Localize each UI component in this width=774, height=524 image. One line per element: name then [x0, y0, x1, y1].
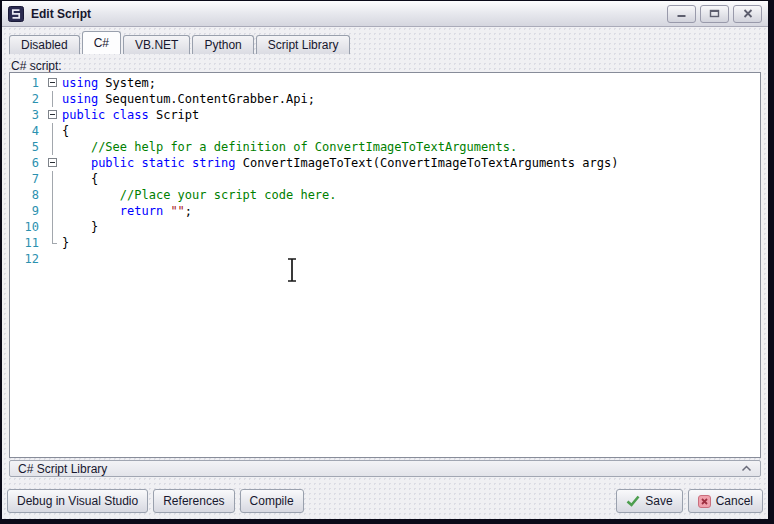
code-line[interactable]: 12	[10, 251, 760, 267]
code-text: return "";	[62, 203, 192, 219]
title-bar: Edit Script	[2, 1, 768, 27]
editor-label: C# script:	[11, 59, 62, 73]
code-editor[interactable]: 1using System;2using Sequentum.ContentGr…	[9, 72, 761, 458]
green-check-icon	[626, 495, 640, 507]
code-text: using System;	[62, 75, 156, 91]
code-line[interactable]: 1using System;	[10, 75, 760, 91]
code-text: {	[62, 171, 98, 187]
line-number: 8	[10, 187, 46, 203]
tab-vb-net[interactable]: VB.NET	[123, 35, 190, 54]
tab-python[interactable]: Python	[192, 35, 253, 54]
code-line[interactable]: 8 //Place your script code here.	[10, 187, 760, 203]
minimize-icon	[676, 9, 687, 18]
save-button[interactable]: Save	[616, 489, 682, 513]
script-library-panel[interactable]: C# Script Library	[9, 460, 761, 477]
cancel-button[interactable]: Cancel	[688, 489, 763, 513]
line-number: 5	[10, 139, 46, 155]
collapse-minus-icon[interactable]	[48, 110, 57, 119]
debug-in-visual-studio-button[interactable]: Debug in Visual Studio	[7, 489, 148, 513]
code-line[interactable]: 11}	[10, 235, 760, 251]
edit-script-dialog: Edit Script DisabledC#VB.NETPythonScript…	[2, 1, 768, 519]
window-title: Edit Script	[31, 7, 91, 21]
code-text: public class Script	[62, 107, 199, 123]
fold-margin	[46, 91, 62, 107]
close-button[interactable]	[733, 5, 762, 23]
line-number: 1	[10, 75, 46, 91]
window-controls	[667, 5, 762, 23]
fold-collapse-toggle[interactable]	[46, 75, 62, 91]
code-text: }	[62, 219, 98, 235]
minimize-button[interactable]	[667, 5, 696, 23]
sequentum-logo-icon	[8, 6, 24, 22]
close-icon	[743, 9, 753, 18]
code-line[interactable]: 10 }	[10, 219, 760, 235]
tab-script-library[interactable]: Script Library	[256, 35, 351, 54]
chevron-up-icon	[741, 465, 752, 472]
code-line[interactable]: 5 //See help for a definition of Convert…	[10, 139, 760, 155]
footer-button-bar: Debug in Visual StudioReferencesCompile …	[7, 488, 763, 514]
text-ibeam-cursor	[286, 257, 298, 287]
fold-collapse-toggle[interactable]	[46, 107, 62, 123]
fold-margin	[46, 251, 62, 267]
maximize-button[interactable]	[700, 5, 729, 23]
fold-margin	[46, 171, 62, 187]
code-line[interactable]: 2using Sequentum.ContentGrabber.Api;	[10, 91, 760, 107]
script-language-tabs: DisabledC#VB.NETPythonScript Library	[9, 31, 350, 54]
line-number: 6	[10, 155, 46, 171]
cancel-button-label: Cancel	[716, 494, 753, 508]
line-number: 9	[10, 203, 46, 219]
red-x-icon	[698, 495, 711, 508]
save-button-label: Save	[645, 494, 672, 508]
code-line[interactable]: 3public class Script	[10, 107, 760, 123]
tab-csharp[interactable]: C#	[82, 31, 121, 54]
code-text: {	[62, 123, 69, 139]
fold-margin	[46, 203, 62, 219]
code-line[interactable]: 7 {	[10, 171, 760, 187]
collapse-minus-icon[interactable]	[48, 158, 57, 167]
fold-margin	[46, 139, 62, 155]
line-number: 3	[10, 107, 46, 123]
code-line[interactable]: 6 public static string ConvertImageToTex…	[10, 155, 760, 171]
code-text: public static string ConvertImageToText(…	[62, 155, 618, 171]
code-text: using Sequentum.ContentGrabber.Api;	[62, 91, 315, 107]
line-number: 4	[10, 123, 46, 139]
fold-margin	[46, 219, 62, 235]
code-text: //See help for a definition of ConvertIm…	[62, 139, 517, 155]
code-text: //Place your script code here.	[62, 187, 337, 203]
line-number: 7	[10, 171, 46, 187]
code-text: }	[62, 235, 69, 251]
script-library-panel-label: C# Script Library	[18, 462, 107, 476]
maximize-icon	[709, 9, 720, 18]
references-button[interactable]: References	[153, 489, 234, 513]
line-number: 10	[10, 219, 46, 235]
code-line[interactable]: 4{	[10, 123, 760, 139]
fold-collapse-toggle[interactable]	[46, 155, 62, 171]
line-number: 11	[10, 235, 46, 251]
tab-disabled[interactable]: Disabled	[9, 35, 80, 54]
line-number: 12	[10, 251, 46, 267]
fold-margin	[46, 123, 62, 139]
code-line[interactable]: 9 return "";	[10, 203, 760, 219]
compile-button[interactable]: Compile	[240, 489, 304, 513]
fold-margin	[46, 187, 62, 203]
fold-margin	[46, 235, 62, 251]
collapse-minus-icon[interactable]	[48, 78, 57, 87]
line-number: 2	[10, 91, 46, 107]
